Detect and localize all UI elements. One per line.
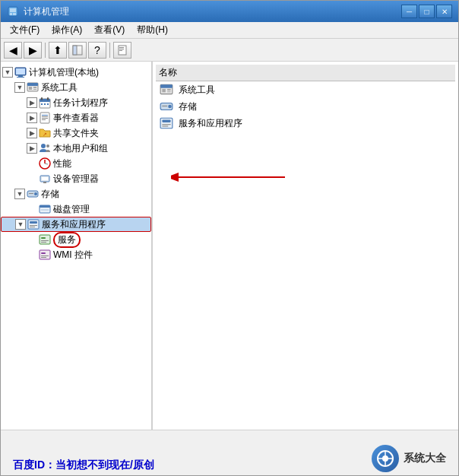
tree-root[interactable]: ▼ 计算机管理(本地) (1, 65, 151, 80)
shared-expand[interactable]: ▶ (27, 128, 37, 138)
svg-rect-25 (47, 103, 49, 105)
svg-rect-28 (42, 116, 48, 117)
tree-services-apps[interactable]: ▼ 服务和应用程序 (1, 217, 151, 232)
sys-tools-expand[interactable]: ▼ (14, 82, 25, 93)
svg-rect-13 (17, 77, 24, 78)
users-expand[interactable]: ▶ (27, 143, 37, 154)
arrow-annotation (171, 162, 455, 195)
tree-device-mgr[interactable]: 设备管理器 (1, 171, 151, 186)
content-area: ▼ 计算机管理(本地) ▼ (1, 62, 458, 430)
right-item-storage[interactable]: 存储 (156, 98, 455, 115)
svg-rect-44 (40, 205, 50, 208)
shared-folder-icon: ↗ (39, 127, 51, 139)
event-viewer-expand[interactable]: ▶ (27, 113, 37, 123)
logo-area: 系统大全 (372, 445, 446, 472)
tree-sys-tools[interactable]: ▼ 系统工具 (1, 80, 151, 95)
svg-rect-45 (41, 209, 49, 211)
disk-icon (39, 203, 51, 215)
forward-button[interactable]: ▶ (24, 42, 42, 59)
help-button[interactable]: ? (88, 42, 106, 59)
svg-rect-15 (27, 83, 38, 86)
toolbar-sep-1 (45, 43, 46, 58)
storage-label: 存储 (41, 188, 59, 201)
tree-panel: ▼ 计算机管理(本地) ▼ (1, 62, 153, 430)
close-button[interactable]: ✕ (436, 5, 452, 18)
disk-mgmt-label: 磁盘管理 (53, 203, 90, 216)
calendar-icon (39, 97, 51, 109)
tree-event-viewer[interactable]: ▶ 事件查看器 (1, 110, 151, 125)
svg-rect-23 (41, 103, 43, 105)
svg-rect-5 (73, 46, 77, 55)
svg-rect-9 (119, 50, 122, 51)
svg-rect-30 (42, 119, 46, 120)
scheduler-label: 任务计划程序 (53, 97, 108, 109)
window-icon (7, 5, 19, 17)
service-leaf-icon (39, 233, 51, 246)
menu-action[interactable]: 操作(A) (46, 22, 88, 38)
svg-rect-39 (43, 182, 46, 183)
bottom-bar: 百度ID：当初想不到现在/原创 系统大全 (1, 430, 458, 475)
back-button[interactable]: ◀ (4, 42, 22, 59)
svg-rect-17 (33, 87, 36, 88)
tree-scheduler[interactable]: ▶ 任务计划程序 (1, 95, 151, 110)
logo-circle (372, 445, 399, 472)
up-button[interactable]: ⬆ (49, 42, 67, 59)
maximize-button[interactable]: □ (419, 5, 435, 18)
root-label: 计算机管理(本地) (29, 66, 99, 79)
toolbar-sep-2 (109, 43, 110, 58)
svg-rect-38 (42, 177, 48, 180)
svg-rect-66 (160, 118, 173, 129)
wmi-icon (39, 249, 51, 261)
scheduler-expand[interactable]: ▶ (27, 97, 37, 108)
root-expand[interactable]: ▼ (2, 67, 13, 78)
storage-expand[interactable]: ▼ (14, 189, 25, 199)
menu-view[interactable]: 查看(V) (88, 22, 131, 38)
svg-rect-56 (41, 255, 49, 256)
tree-shared-folders[interactable]: ▶ ↗ 共享文件夹 (1, 125, 151, 141)
main-window: 计算机管理 ─ □ ✕ 文件(F) 操作(A) 查看(V) 帮助(H) ◀ ▶ … (0, 0, 459, 476)
minimize-button[interactable]: ─ (401, 5, 417, 18)
shared-folders-label: 共享文件夹 (53, 127, 99, 140)
tree-performance[interactable]: 性能 (1, 156, 151, 171)
properties-button[interactable] (113, 42, 131, 59)
menu-bar: 文件(F) 操作(A) 查看(V) 帮助(H) (1, 22, 458, 39)
svg-rect-7 (119, 47, 124, 48)
svg-rect-55 (41, 252, 46, 254)
svg-rect-49 (30, 227, 35, 227)
services-icon (27, 218, 40, 230)
services-apps-expand[interactable]: ▼ (15, 219, 26, 230)
svg-rect-12 (18, 75, 23, 77)
tools-icon (27, 81, 39, 94)
col-name-header: 名称 (159, 66, 177, 79)
show-hide-button[interactable] (68, 42, 87, 59)
local-users-label: 本地用户和组 (53, 142, 108, 155)
arrow-svg (171, 162, 293, 192)
svg-point-64 (168, 105, 172, 109)
svg-rect-1 (10, 8, 16, 12)
svg-rect-67 (162, 120, 170, 122)
tree-local-users[interactable]: ▶ 本地用户和组 (1, 141, 151, 156)
svg-rect-18 (33, 89, 36, 90)
svg-rect-65 (162, 106, 167, 106)
svg-rect-53 (41, 242, 46, 243)
toolbar: ◀ ▶ ⬆ ? (1, 39, 458, 62)
svg-point-41 (34, 192, 37, 195)
column-header: 名称 (156, 65, 455, 81)
svg-rect-48 (30, 225, 37, 226)
svg-rect-54 (40, 250, 50, 259)
tree-disk-mgmt[interactable]: 磁盘管理 (1, 202, 151, 217)
svg-rect-68 (162, 124, 170, 125)
tree-wmi[interactable]: WMI 控件 (1, 247, 151, 262)
tree-services[interactable]: 服务 (1, 232, 151, 247)
device-icon (39, 173, 51, 185)
svg-rect-16 (29, 87, 32, 90)
event-viewer-label: 事件查看器 (53, 112, 99, 125)
menu-file[interactable]: 文件(F) (4, 22, 46, 38)
right-item-sys-tools[interactable]: 系统工具 (156, 81, 455, 98)
tree-storage[interactable]: ▼ 存储 (1, 186, 151, 202)
right-item-services-apps[interactable]: 服务和应用程序 (156, 115, 455, 132)
window-title: 计算机管理 (24, 5, 401, 18)
services-label: 服务 (53, 232, 81, 248)
svg-rect-61 (167, 89, 171, 90)
menu-help[interactable]: 帮助(H) (131, 22, 174, 38)
